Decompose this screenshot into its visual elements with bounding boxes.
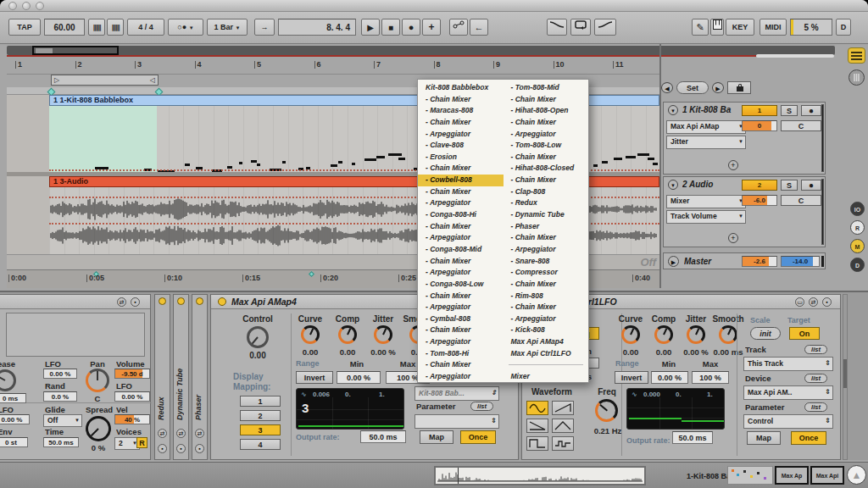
stop-button[interactable]: ■ (381, 19, 400, 36)
menu-item[interactable]: - Tom-808-Hi (418, 348, 504, 360)
menu-item[interactable]: - Chain Mixer (418, 163, 504, 175)
rand-value[interactable]: 0.0 % (43, 391, 77, 402)
menu-item[interactable]: - Arpeggiator (504, 313, 589, 325)
map-button[interactable]: Map (420, 430, 453, 444)
menu-item[interactable]: - Chain Mixer (504, 302, 589, 313)
track-1-arm-button[interactable]: ● (801, 105, 821, 116)
menu-item[interactable]: - Arpeggiator (418, 267, 504, 279)
clip-overview[interactable] (434, 466, 646, 485)
waveform-sine-button[interactable] (526, 401, 548, 415)
lfo-value[interactable]: 0.00 % (43, 369, 77, 379)
track-1-pan-value[interactable]: C (781, 120, 821, 131)
volume-value[interactable]: -9.50 d (114, 369, 150, 379)
back-to-arrangement-button[interactable]: ← (470, 19, 488, 36)
mapping-button-3[interactable]: 3 (240, 424, 281, 435)
set-button[interactable]: Set (676, 81, 709, 94)
menu-item[interactable]: - Clave-808 (418, 140, 504, 152)
hot-swap-icon[interactable]: ⇄ (176, 429, 186, 438)
device-chain-thumb[interactable] (727, 466, 773, 485)
fold-icon[interactable]: ▼ (668, 105, 678, 115)
record-button[interactable]: ● (402, 19, 420, 36)
device-select[interactable]: Max Api AM..⇕ (743, 385, 828, 398)
collapsed-device-dynamic-tube[interactable]: Dynamic Tube⇄▪ (173, 294, 189, 460)
menu-item[interactable]: - Chain Mixer (418, 359, 504, 371)
curve-knob[interactable] (621, 325, 640, 344)
invert-button[interactable]: Invert (615, 371, 648, 384)
menu-item[interactable]: - Chain Mixer (418, 94, 504, 106)
hot-swap-icon[interactable]: ⇄ (158, 429, 167, 438)
retrigger-button[interactable]: R (136, 437, 147, 448)
menu-item[interactable]: Max Api AMap4 (504, 336, 589, 348)
menu-item[interactable]: - Clap-808 (504, 186, 589, 198)
mapping-button-2[interactable]: 2 (240, 410, 281, 421)
computer-midi-keyboard-button[interactable] (710, 19, 724, 36)
menu-item[interactable]: - Conga-808-Low (418, 279, 504, 291)
tap-tempo-button[interactable]: TAP (8, 19, 41, 36)
menu-item[interactable]: - Cymbal-808 (418, 313, 504, 325)
menu-item[interactable]: - Erosion (418, 152, 504, 164)
scale-init-button[interactable]: init (750, 327, 781, 340)
menu-item[interactable]: - Chain Mixer (504, 94, 589, 106)
once-button[interactable]: Once (460, 430, 496, 444)
overdub-button[interactable]: + (422, 19, 441, 36)
follow-button[interactable]: → (254, 19, 275, 36)
punch-out-button[interactable] (594, 19, 616, 36)
master-volume-value[interactable]: -2.6 (742, 256, 777, 267)
master-name[interactable]: Master (684, 257, 740, 266)
prev-button[interactable]: ◀ (661, 82, 673, 93)
map-button[interactable]: Map (747, 431, 781, 445)
pan-knob[interactable] (86, 369, 109, 392)
menu-item[interactable]: - Conga-808-Mid (418, 244, 504, 256)
device-on-led[interactable] (177, 297, 185, 305)
freq-knob[interactable] (595, 399, 618, 422)
loop-end-icon[interactable]: ◁ (150, 75, 155, 86)
midi-map-button[interactable]: MIDI (760, 19, 787, 36)
menu-item[interactable]: Kit-808 Babblebox (418, 82, 504, 94)
map-target-select[interactable]: Kit-808 Bab...⇕ (415, 386, 494, 399)
track-1-send-value[interactable]: 0 (742, 120, 777, 131)
draw-mode-button[interactable]: ✎ (692, 19, 709, 36)
waveform-random-button[interactable] (552, 436, 574, 451)
menu-item[interactable]: - Hihat-808-Open (504, 105, 589, 117)
max-value[interactable]: 100 % (692, 371, 729, 384)
waveform-ramp-button[interactable] (552, 401, 574, 415)
tempo-field[interactable]: 60.00 (44, 19, 85, 36)
play-button[interactable]: ▶ (361, 19, 380, 36)
invert-button[interactable]: Invert (296, 371, 333, 384)
curve-knob[interactable] (301, 325, 320, 344)
waveform-saw-button[interactable] (526, 419, 548, 433)
lock-button[interactable] (727, 81, 751, 94)
track-2-volume-value[interactable]: -6.0 (742, 195, 777, 206)
menu-item[interactable]: - Chain Mixer (418, 186, 504, 198)
track-2-number-box[interactable]: 2 (742, 180, 777, 191)
menu-item[interactable]: - Conga-808-Hi (418, 209, 504, 221)
parameter-select[interactable]: ⇕ (415, 414, 494, 427)
collapsed-device-redux[interactable]: Redux⇄▪ (154, 294, 170, 460)
menu-item[interactable]: - Tom-808-Mid (504, 82, 589, 94)
mixer-section-toggle-r[interactable]: R (850, 220, 865, 235)
list-pill[interactable]: list (804, 345, 827, 354)
overview-scroll-handle[interactable] (756, 54, 834, 58)
menu-item[interactable]: - Arpeggiator (504, 129, 589, 141)
window-zoom-icon[interactable] (36, 2, 44, 10)
device-thumb-lfo[interactable]: Max Api (810, 466, 844, 485)
once-button[interactable]: Once (791, 431, 826, 445)
list-pill[interactable]: list (470, 402, 493, 411)
disk-overload-indicator[interactable]: D (836, 19, 851, 36)
menu-item[interactable]: - Arpeggiator (418, 302, 504, 313)
menu-item[interactable]: - Chain Mixer (504, 232, 589, 244)
env-value[interactable]: 0 st (0, 437, 28, 447)
time-signature-field[interactable]: 4 / 4 (127, 19, 164, 36)
track-1-device-select[interactable]: Max Api AMap▼ (666, 120, 741, 132)
menu-item[interactable]: - Kick-808 (504, 324, 589, 336)
jitter-knob[interactable] (687, 325, 705, 344)
device-on-led[interactable] (159, 297, 166, 305)
track-select[interactable]: This Track⇕ (743, 357, 828, 369)
output-rate-value[interactable]: 50.0 ms (672, 431, 713, 444)
collapsed-device-phaser[interactable]: Phaser⇄▪ (192, 294, 208, 460)
save-preset-icon[interactable]: ▪ (822, 297, 832, 307)
menu-item[interactable]: - Tom-808-Low (504, 140, 589, 152)
track-2-arm-button[interactable]: ● (801, 180, 821, 191)
comp-knob[interactable] (654, 325, 673, 344)
menu-item[interactable]: - Arpeggiator (418, 336, 504, 348)
